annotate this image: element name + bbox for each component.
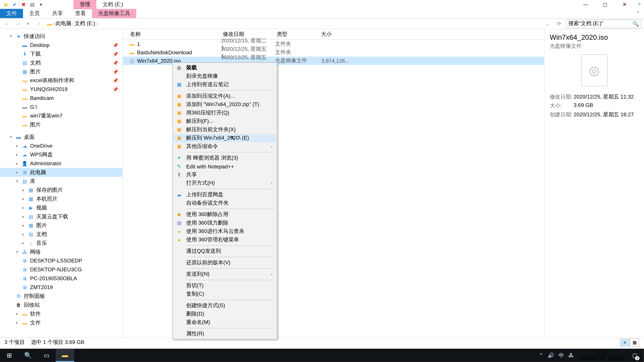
col-date[interactable]: 修改日期 (221, 30, 275, 38)
nav-recent-button[interactable]: ▾ (24, 19, 33, 28)
ctx-item[interactable]: ▣添加到 "Win7x64_2020.zip" (T) (174, 100, 276, 109)
tree-item[interactable]: ▤天翼云盘下载 (0, 212, 122, 221)
tree-item[interactable]: 🖥PC-20190530OBLA (0, 274, 122, 283)
ctx-item[interactable]: 创建快捷方式(S) (174, 301, 276, 310)
ctx-item[interactable]: ▣其他压缩命令› (174, 142, 276, 151)
close-button[interactable]: ✕ (615, 0, 634, 9)
tree-item[interactable]: ⚙控制面板 (0, 292, 122, 301)
help-button[interactable]: ? (634, 0, 644, 9)
tree-item[interactable]: ▦保存的图片 (0, 186, 122, 195)
addr-dropdown-icon[interactable]: ⌄ (543, 19, 552, 28)
ctx-item[interactable]: 剪切(T) (174, 282, 276, 290)
tree-item[interactable]: ▬图片 (0, 120, 122, 129)
tree-item[interactable]: 👤Administrator (0, 159, 122, 168)
ctx-item[interactable]: ✦用 蜂蜜浏览器 浏览(3) (174, 154, 276, 162)
volume-icon[interactable]: 🔊 (548, 352, 554, 359)
ribbon-tab-share[interactable]: 共享 (46, 9, 69, 18)
notification-center-button[interactable]: ▢ 3 (628, 349, 641, 362)
ctx-item[interactable]: ◎装载 (174, 64, 276, 72)
ctx-item[interactable]: 发送到(N)› (174, 270, 276, 278)
tree-item[interactable]: ☁WPS网盘 (0, 150, 122, 159)
file-row[interactable]: ▬ 1 2020/12/15, 星期二 1... 文件夹 (123, 40, 544, 48)
qat-close-icon[interactable]: ✖ (20, 1, 26, 7)
ctx-item[interactable]: ▣解压到当前文件夹(X) (174, 125, 276, 134)
col-size[interactable]: 大小 (319, 30, 355, 38)
tree-item[interactable]: 🖥DESKTOP-NJEU3CG (0, 265, 122, 274)
tree-this-pc[interactable]: 🖥此电脑 (0, 168, 122, 177)
ctx-item[interactable]: 重命名(M) (174, 318, 276, 327)
crumb-pc[interactable]: 此电脑 (56, 20, 72, 27)
tree-item[interactable]: ▤文档📌 (0, 58, 122, 67)
tree-item[interactable]: ⬇下载📌 (0, 49, 122, 58)
column-headers[interactable]: 名称 修改日期 类型 大小 (123, 29, 544, 40)
tree-desktop[interactable]: ▬桌面 (0, 133, 122, 141)
tree-item[interactable]: ▬YUNQISHI2019📌 (0, 85, 122, 94)
col-type[interactable]: 类型 (275, 30, 319, 38)
ctx-item[interactable]: ✎Edit with Notepad++ (174, 162, 276, 171)
minimize-button[interactable]: — (576, 0, 595, 9)
nav-forward-button[interactable]: → (13, 19, 22, 28)
taskbar-clock[interactable]: 16:32 2020/12/25, 星期五 (578, 350, 624, 361)
ctx-item[interactable]: 通过QQ发送到 (174, 247, 276, 255)
tree-libraries[interactable]: ▤库 (0, 177, 122, 186)
tree-quick-access[interactable]: ★快速访问 (0, 32, 122, 41)
tree-network[interactable]: 🖧网络 (0, 248, 122, 256)
nav-up-button[interactable]: ↑ (34, 19, 44, 28)
ctx-item[interactable]: 属性(R) (174, 330, 276, 338)
tree-item[interactable]: ▦本机照片 (0, 194, 122, 203)
ctx-item[interactable]: 还原以前的版本(V) (174, 259, 276, 267)
tree-item[interactable]: ▬excel表格制作求和📌 (0, 76, 122, 85)
ribbon-tab-file[interactable]: 文件 (0, 9, 23, 18)
file-row[interactable]: ▬ BaiduNetdiskDownload 2020/12/25, 星期五 1… (123, 48, 544, 56)
tray-overflow-icon[interactable]: ⌃ (539, 352, 543, 359)
tree-item[interactable]: ☁OneDrive (0, 141, 122, 150)
qat-new-icon[interactable]: ▤ (29, 1, 36, 7)
ctx-item[interactable]: ☁上传到百度网盘 (174, 191, 276, 199)
task-view-button[interactable]: ▭ (37, 349, 56, 362)
tree-item[interactable]: ▦图片📌 (0, 67, 122, 76)
tree-item[interactable]: 🖥ZMT2019 (0, 283, 122, 292)
maximize-button[interactable]: ▢ (595, 0, 615, 9)
tree-item[interactable]: ▬win7重装win7 (0, 111, 122, 120)
ctx-item[interactable]: ●使用 360进行木马云查杀 (174, 227, 276, 236)
ctx-item[interactable]: 删除(D) (174, 310, 276, 318)
view-details-button[interactable]: ≡ (620, 338, 630, 346)
search-button[interactable]: 🔍 (18, 349, 37, 362)
tree-item[interactable]: ▬软件 (0, 309, 122, 318)
tree-item[interactable]: 🖥DESKTOP-LSSOEDP (0, 256, 122, 265)
ctx-item[interactable]: ⇪共享 (174, 171, 276, 179)
ctx-item[interactable]: ◆使用 360解除占用 (174, 210, 276, 219)
ctx-item[interactable]: ▦上传到有道云笔记 (174, 80, 276, 89)
ctx-item[interactable]: ●使用 360管理右键菜单 (174, 236, 276, 244)
nav-back-button[interactable]: ← (3, 19, 12, 28)
ribbon-tab-home[interactable]: 主页 (23, 9, 46, 18)
tree-item[interactable]: ▬G:\ (0, 103, 122, 111)
tree-item[interactable]: ▬Bandicam (0, 94, 122, 103)
nav-tree[interactable]: ★快速访问 ▬Desktop📌 ⬇下载📌 ▤文档📌 ▦图片📌 ▬excel表格制… (0, 29, 123, 337)
tree-item[interactable]: ▬Desktop📌 (0, 41, 122, 50)
breadcrumb[interactable]: ▬ › 此电脑 › 文档 (E:) › (45, 20, 541, 27)
tree-item[interactable]: ▦图片 (0, 221, 122, 230)
ime-icon[interactable]: 中 (559, 352, 564, 359)
network-icon[interactable]: 🖧 (568, 352, 574, 359)
ctx-item[interactable]: ▤使用 360强力删除 (174, 219, 276, 227)
col-name[interactable]: 名称 (128, 30, 221, 38)
ctx-item[interactable]: ▣解压到(F)... (174, 117, 276, 125)
ribbon-expand-icon[interactable]: ⌃ (636, 9, 644, 18)
explorer-taskbar-button[interactable]: ▬ (56, 349, 74, 362)
ctx-item[interactable]: 打开方式(H)› (174, 179, 276, 187)
start-button[interactable]: ⊞ (0, 349, 18, 362)
view-icons-button[interactable]: ▦ (630, 338, 640, 346)
ctx-item[interactable]: ▣解压到 Win7x64_2020\ (E) (174, 134, 276, 142)
search-input[interactable]: 搜索"文档 (E:)" 🔍 (566, 19, 641, 28)
qat-check-icon[interactable]: ✔ (12, 1, 18, 7)
crumb-drive[interactable]: 文档 (E:) (75, 20, 95, 27)
tree-item[interactable]: ♪音乐 (0, 239, 122, 248)
ctx-item[interactable]: ▣用360压缩打开(Q) (174, 109, 276, 117)
ctx-item[interactable]: ▣添加到压缩文件(A)... (174, 92, 276, 100)
title-tab-manage[interactable]: 管理 (74, 0, 96, 9)
search-icon[interactable]: 🔍 (632, 21, 639, 27)
ctx-item[interactable]: 复制(C) (174, 290, 276, 298)
ribbon-tab-view[interactable]: 查看 (69, 9, 92, 18)
tree-item[interactable]: ▬文件 (0, 318, 122, 327)
